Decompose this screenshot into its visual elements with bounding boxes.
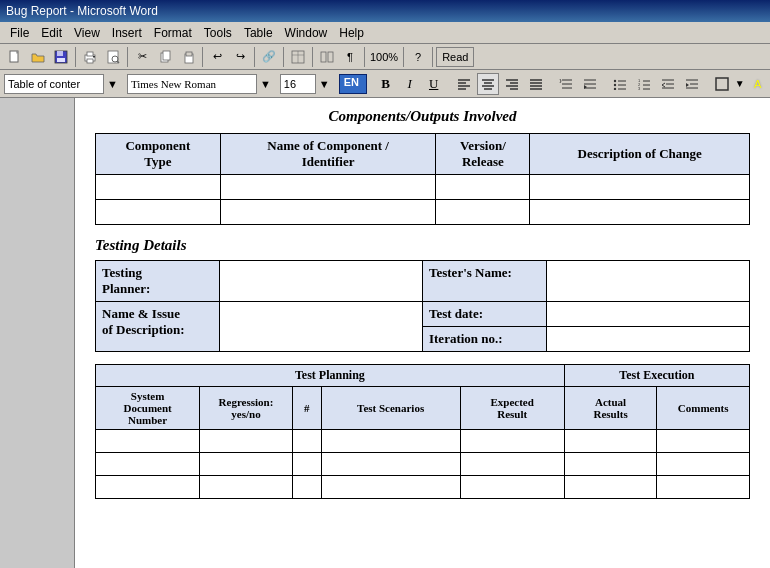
menu-help[interactable]: Help: [333, 25, 370, 41]
menu-tools[interactable]: Tools: [198, 25, 238, 41]
table-row: [96, 430, 750, 453]
outside-border-button[interactable]: [711, 73, 733, 95]
svg-point-43: [613, 83, 615, 85]
svg-rect-60: [716, 78, 728, 90]
bullet-list-button[interactable]: [609, 73, 631, 95]
paste-button[interactable]: [177, 46, 199, 68]
components-table: ComponentType Name of Component /Identif…: [95, 133, 750, 225]
style-dropdown-icon[interactable]: ▼: [107, 78, 118, 90]
align-center-button[interactable]: [477, 73, 499, 95]
menu-insert[interactable]: Insert: [106, 25, 148, 41]
language-indicator[interactable]: EN: [339, 74, 367, 94]
components-section-title: Components/Outputs Involved: [95, 108, 750, 125]
document-area[interactable]: Components/Outputs Involved ComponentTyp…: [75, 98, 770, 568]
testers-name-value[interactable]: [547, 261, 750, 302]
testing-planner-value[interactable]: [220, 261, 423, 302]
menu-format[interactable]: Format: [148, 25, 198, 41]
cell[interactable]: [564, 430, 657, 453]
test-date-value[interactable]: [547, 302, 750, 327]
cell[interactable]: [220, 175, 436, 200]
cell[interactable]: [530, 175, 750, 200]
hyperlink-button[interactable]: 🔗: [258, 46, 280, 68]
table-button[interactable]: [287, 46, 309, 68]
left-margin-panel: [0, 98, 75, 568]
print-button[interactable]: [79, 46, 101, 68]
name-issue-label: Name & Issueof Description:: [96, 302, 220, 352]
print-preview-button[interactable]: [102, 46, 124, 68]
italic-button[interactable]: I: [399, 73, 421, 95]
menu-bar: File Edit View Insert Format Tools Table…: [0, 22, 770, 44]
font-dropdown-icon[interactable]: ▼: [260, 78, 271, 90]
font-name-input[interactable]: Times New Roman: [127, 74, 257, 94]
undo-button[interactable]: ↩: [206, 46, 228, 68]
cell[interactable]: [460, 476, 564, 499]
toolbar-separator-3: [202, 47, 203, 67]
cell[interactable]: [436, 175, 530, 200]
menu-edit[interactable]: Edit: [35, 25, 68, 41]
cell[interactable]: [530, 200, 750, 225]
cell[interactable]: [564, 453, 657, 476]
save-button[interactable]: [50, 46, 72, 68]
menu-window[interactable]: Window: [279, 25, 334, 41]
toolbar-separator-4: [254, 47, 255, 67]
increase-indent-button[interactable]: [681, 73, 703, 95]
highlight-button[interactable]: A: [747, 73, 769, 95]
menu-view[interactable]: View: [68, 25, 106, 41]
indent-button[interactable]: [579, 73, 601, 95]
cell[interactable]: [96, 200, 221, 225]
paragraph-button[interactable]: ¶: [339, 46, 361, 68]
font-size-input[interactable]: 16: [280, 74, 316, 94]
cell[interactable]: [292, 453, 321, 476]
cell[interactable]: [657, 430, 750, 453]
menu-table[interactable]: Table: [238, 25, 279, 41]
border-dropdown[interactable]: ▼: [735, 78, 745, 89]
cell[interactable]: [200, 430, 293, 453]
cell[interactable]: [200, 453, 293, 476]
cell[interactable]: [460, 453, 564, 476]
size-dropdown-icon[interactable]: ▼: [319, 78, 330, 90]
menu-file[interactable]: File: [4, 25, 35, 41]
svg-text:3: 3: [638, 86, 641, 90]
cell[interactable]: [292, 476, 321, 499]
name-issue-value[interactable]: [220, 302, 423, 352]
numbered-list-button[interactable]: 123: [633, 73, 655, 95]
line-spacing-button[interactable]: [555, 73, 577, 95]
svg-point-42: [613, 79, 615, 81]
new-button[interactable]: [4, 46, 26, 68]
svg-rect-5: [87, 52, 93, 56]
cell[interactable]: [657, 476, 750, 499]
cell[interactable]: [321, 430, 460, 453]
align-left-button[interactable]: [453, 73, 475, 95]
cell[interactable]: [96, 476, 200, 499]
read-button[interactable]: Read: [436, 47, 474, 67]
cell[interactable]: [460, 430, 564, 453]
cell[interactable]: [96, 175, 221, 200]
cell[interactable]: [220, 200, 436, 225]
cut-button[interactable]: ✂: [131, 46, 153, 68]
cell[interactable]: [436, 200, 530, 225]
toolbar-separator-1: [75, 47, 76, 67]
copy-button[interactable]: [154, 46, 176, 68]
cell[interactable]: [96, 430, 200, 453]
col-expected-result: ExpectedResult: [460, 387, 564, 430]
cell[interactable]: [200, 476, 293, 499]
svg-rect-14: [186, 52, 192, 56]
cell[interactable]: [321, 453, 460, 476]
cell[interactable]: [657, 453, 750, 476]
cell[interactable]: [321, 476, 460, 499]
columns-button[interactable]: [316, 46, 338, 68]
underline-button[interactable]: U: [423, 73, 445, 95]
table-row: [96, 175, 750, 200]
iteration-value[interactable]: [547, 327, 750, 352]
cell[interactable]: [96, 453, 200, 476]
align-justify-button[interactable]: [525, 73, 547, 95]
decrease-indent-button[interactable]: [657, 73, 679, 95]
open-button[interactable]: [27, 46, 49, 68]
cell[interactable]: [292, 430, 321, 453]
style-selector[interactable]: [4, 74, 104, 94]
cell[interactable]: [564, 476, 657, 499]
bold-button[interactable]: B: [375, 73, 397, 95]
align-right-button[interactable]: [501, 73, 523, 95]
help-button[interactable]: ?: [407, 46, 429, 68]
redo-button[interactable]: ↪: [229, 46, 251, 68]
